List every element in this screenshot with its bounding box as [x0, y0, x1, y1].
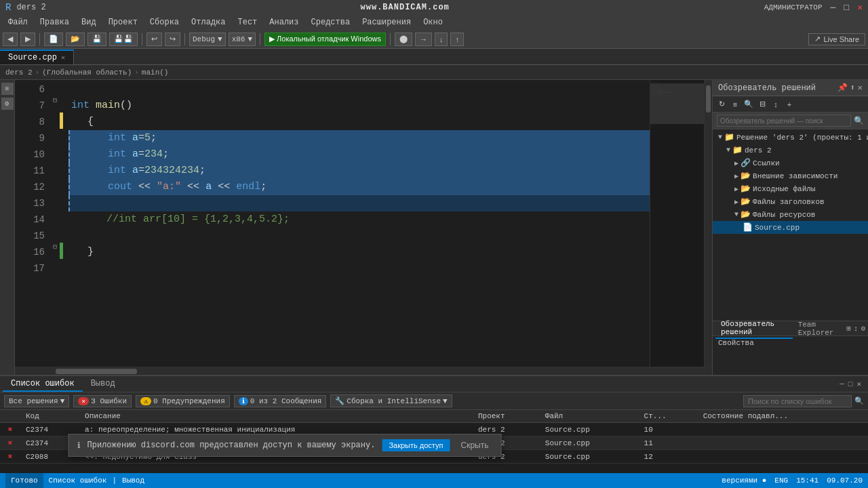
back-button[interactable]: ◀: [3, 33, 18, 46]
error-state-1: [698, 423, 868, 436]
sort-button[interactable]: ↕: [770, 98, 782, 110]
new-file-button[interactable]: 📄: [44, 33, 63, 46]
fold-button-7[interactable]: ⊟: [50, 96, 60, 113]
tree-item-external-deps[interactable]: ▶ 📂 Внешние зависимости: [713, 169, 868, 182]
vertical-scrollbar[interactable]: [704, 80, 712, 367]
tab-source-cpp[interactable]: Source.cpp ✕: [0, 49, 74, 64]
tree-item-source-cpp[interactable]: 📄 Source.cpp: [713, 221, 868, 234]
tabbar: Source.cpp ✕: [0, 49, 868, 65]
tab-team-explorer[interactable]: Team Explorer: [793, 319, 846, 338]
col-header-code-num[interactable]: Код: [20, 410, 79, 423]
col-header-project[interactable]: Проект: [473, 410, 540, 423]
statusbar: Готово Список ошибок | Вывод версиями ● …: [0, 473, 868, 488]
platform-dropdown[interactable]: x86 ▼: [229, 33, 256, 46]
tab-solution-explorer[interactable]: Обозреватель решений: [715, 319, 793, 339]
statusbar-lang[interactable]: ENG: [774, 476, 788, 485]
fold-button-16[interactable]: ⊟: [50, 243, 60, 259]
statusbar-zoom[interactable]: версиями ●: [722, 476, 766, 485]
function-main: main: [96, 98, 120, 114]
save-button[interactable]: 💾: [87, 33, 106, 46]
properties-toolbar-icon2[interactable]: ↕: [854, 325, 859, 333]
scope-filter[interactable]: Все решения ▼: [4, 395, 69, 407]
messages-filter[interactable]: ℹ 0 из 2 Сообщения: [234, 395, 327, 407]
menu-item-view[interactable]: Вид: [76, 16, 102, 28]
close-panel-icon[interactable]: ✕: [858, 83, 863, 93]
minimize-button[interactable]: ─: [831, 3, 836, 13]
errors-filter[interactable]: ✕ 3 Ошибки: [73, 395, 132, 407]
warnings-filter[interactable]: ⚠ 0 Предупреждения: [136, 395, 230, 407]
btab-output[interactable]: Вывод: [83, 377, 123, 392]
collapse-all-button[interactable]: ⊟: [756, 98, 768, 110]
menu-item-build[interactable]: Сборка: [144, 16, 184, 28]
build-filter[interactable]: 🔧 Сборка и IntelliSense ▼: [330, 394, 452, 407]
panel-minimize-icon[interactable]: ─: [840, 380, 844, 388]
tree-item-resource-files[interactable]: ▼ 📂 Файлы ресурсов: [713, 208, 868, 221]
menu-item-debug[interactable]: Отладка: [186, 16, 231, 28]
maximize-button[interactable]: □: [844, 3, 849, 13]
horizontal-scrollbar[interactable]: [15, 367, 712, 375]
menu-item-tools[interactable]: Средства: [306, 16, 356, 28]
live-share-button[interactable]: ↗ Live Share: [808, 33, 865, 45]
menu-item-project[interactable]: Проект: [103, 16, 143, 28]
undo-button[interactable]: ↩: [146, 33, 162, 46]
tree-item-source-files[interactable]: ▶ 📂 Исходные файлы: [713, 182, 868, 195]
menu-item-test[interactable]: Тест: [233, 16, 263, 28]
menu-item-edit[interactable]: Правка: [35, 16, 75, 28]
external-deps-label: Внешние зависимости: [753, 172, 837, 180]
expand-panel-icon[interactable]: ⬆: [850, 83, 855, 93]
breakpoints-button[interactable]: ⬤: [395, 33, 412, 46]
dismiss-notification-button[interactable]: Скрыть: [456, 439, 492, 452]
step-button[interactable]: →: [415, 33, 432, 46]
step-into-button[interactable]: ↓: [435, 33, 448, 46]
new-solution-button[interactable]: +: [783, 98, 795, 110]
tree-item-solution[interactable]: ▼ 📁 Решение 'ders 2' (проекты: 1 из 1): [713, 131, 868, 144]
watermark: www.BANDICAM.com: [361, 3, 450, 12]
sync-button[interactable]: ↻: [715, 98, 728, 110]
activity-icon-2[interactable]: ⚙: [1, 98, 14, 110]
error-search-input[interactable]: [743, 395, 852, 407]
tree-item-header-files[interactable]: ▶ 📂 Файлы заголовков: [713, 195, 868, 208]
tab-close-button[interactable]: ✕: [61, 54, 65, 62]
col-header-file[interactable]: Файл: [540, 410, 639, 423]
error-icon-3: ✖: [0, 450, 20, 464]
solution-search-input[interactable]: [717, 115, 851, 127]
properties-toolbar-icon1[interactable]: ⊞: [846, 324, 851, 333]
tree-item-project[interactable]: ▼ 📁 ders 2: [713, 144, 868, 157]
statusbar-output[interactable]: Вывод: [122, 476, 144, 485]
panel-maximize-icon[interactable]: □: [848, 380, 853, 388]
table-header-row: Код Описание Проект Файл Ст... Состояние…: [0, 410, 868, 423]
menu-item-file[interactable]: Файл: [3, 16, 33, 28]
revoke-access-button[interactable]: Закрыть доступ: [382, 439, 450, 451]
close-button[interactable]: ✕: [857, 2, 863, 13]
step-out-button[interactable]: ↑: [450, 33, 464, 46]
col-header-line[interactable]: Ст...: [639, 410, 698, 423]
tree-item-references[interactable]: ▶ 🔗 Ссылки: [713, 157, 868, 169]
btab-error-list[interactable]: Список ошибок: [3, 377, 83, 392]
debug-config-dropdown[interactable]: Debug ▼: [189, 33, 226, 46]
pin-icon[interactable]: 📌: [837, 83, 848, 93]
code-editor[interactable]: 6 7 8 9 10 11 12 13 14 15 16 17 ⊟: [15, 80, 712, 367]
save-all-button[interactable]: 💾💾: [109, 33, 138, 46]
col-header-description[interactable]: Описание: [79, 410, 473, 423]
run-button[interactable]: ▶ Локальный отладчик Windows: [264, 33, 386, 46]
forward-button[interactable]: ▶: [20, 33, 35, 46]
menu-item-extensions[interactable]: Расширения: [357, 16, 416, 28]
menu-item-analyze[interactable]: Анализ: [264, 16, 304, 28]
col-header-state[interactable]: Состояние подавл...: [698, 410, 868, 423]
right-panel: Обозреватель решений 📌 ⬆ ✕ ↻ ≡ 🔍 ⊟ ↕ + 🔍…: [712, 80, 868, 375]
menu-item-window[interactable]: Окно: [418, 16, 448, 28]
filter-button[interactable]: 🔍: [743, 98, 755, 110]
minimap-slider[interactable]: [650, 83, 704, 124]
breadcrumb-project: ders 2: [5, 68, 33, 77]
redo-button[interactable]: ↪: [165, 33, 180, 46]
show-all-button[interactable]: ≡: [729, 98, 741, 110]
properties-toolbar-icon3[interactable]: ⚙: [861, 324, 865, 333]
open-button[interactable]: 📂: [66, 33, 85, 46]
statusbar-ready[interactable]: Готово: [5, 473, 43, 488]
activity-icon-1[interactable]: ≡: [1, 83, 14, 95]
code-line-14: //int arr[10] = {1,2,3,4,5.2};: [68, 211, 650, 228]
minimap: int main() { int a = 5; int a = 234; int…: [650, 80, 704, 367]
dropdown-arrow-icon: ▼: [248, 35, 252, 43]
statusbar-errors-list[interactable]: Список ошибок: [49, 476, 107, 485]
panel-close-icon[interactable]: ✕: [856, 380, 861, 388]
